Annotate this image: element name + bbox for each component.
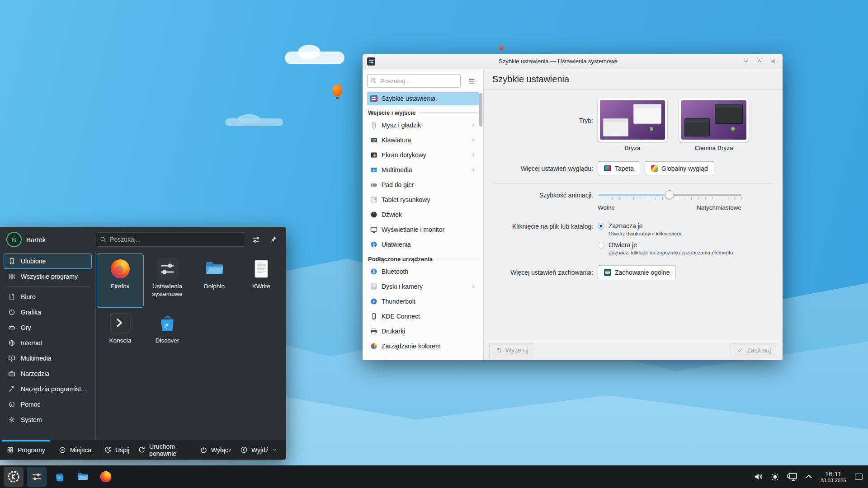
- brightness-icon[interactable]: [770, 472, 780, 482]
- sidebar-item-bluetooth[interactable]: Bluetooth: [367, 264, 479, 279]
- action-wylacz[interactable]: Wyłącz: [200, 446, 231, 454]
- clock[interactable]: 16:11 23.03.2025: [820, 470, 846, 483]
- hamburger-menu-button[interactable]: [464, 74, 479, 88]
- configure-button[interactable]: [250, 233, 262, 246]
- expand-tray-icon[interactable]: [804, 472, 813, 481]
- chevron-right-icon: [471, 153, 476, 157]
- sidebar-item-klawiatura[interactable]: Klawiatura: [367, 132, 479, 147]
- hammer-icon: [8, 385, 15, 393]
- global-theme-button[interactable]: Globalny wygląd: [645, 161, 714, 175]
- general-behavior-button[interactable]: Zachowanie ogólne: [598, 265, 676, 279]
- theme-card-bryza[interactable]: Bryza: [598, 98, 667, 151]
- app-discover[interactable]: Discover: [144, 308, 191, 362]
- category-gry[interactable]: Gry: [4, 320, 92, 335]
- radio-unselected-icon[interactable]: [598, 242, 604, 249]
- launcher-search-input[interactable]: [96, 232, 245, 247]
- sidebar-item-kde-connect[interactable]: KDE Connect: [367, 309, 479, 324]
- task-dolphin[interactable]: [73, 467, 93, 487]
- sidebar-item-dzwiek[interactable]: Dźwięk: [367, 207, 479, 222]
- sidebar-item-zarzadzanie-kolorem[interactable]: Zarządzanie kolorem: [367, 338, 479, 353]
- volume-icon[interactable]: [754, 472, 764, 482]
- sidebar-scrollbar[interactable]: [479, 93, 482, 127]
- sidebar-item-ekran-dotykowy[interactable]: Ekran dotykowy: [367, 147, 479, 162]
- category-wszystkie-programy[interactable]: Wszystkie programy: [4, 269, 92, 284]
- application-launcher: B Bartek Ulubione Wszystkie programy: [0, 227, 286, 460]
- sidebar-item-wyswietlanie[interactable]: Wyświetlanie i monitor: [367, 222, 479, 237]
- wallpaper-button[interactable]: Tapeta: [598, 161, 640, 175]
- titlebar[interactable]: Szybkie ustawienia — Ustawienia systemow…: [363, 54, 783, 69]
- behavior-icon: [604, 269, 611, 276]
- chevron-right-icon: [471, 168, 476, 172]
- radio-option-open[interactable]: Otwiera je: [598, 241, 733, 249]
- sidebar-item-tablet[interactable]: Tablet rysunkowy: [367, 192, 479, 207]
- task-ustawienia-systemowe[interactable]: [27, 467, 47, 487]
- maximize-button[interactable]: [755, 56, 764, 66]
- sidebar-item-pad-do-gier[interactable]: Pad do gier: [367, 177, 479, 192]
- small-red-balloon: [499, 45, 503, 50]
- slider-handle[interactable]: [665, 190, 674, 199]
- sidebar-item-drukarki[interactable]: Drukarki: [367, 324, 479, 338]
- pin-button[interactable]: [267, 233, 279, 246]
- app-firefox[interactable]: Firefox: [97, 253, 144, 308]
- document-icon: [8, 293, 15, 300]
- app-dolphin[interactable]: Dolphin: [191, 253, 238, 308]
- category-narzedzia[interactable]: Narzędzia: [4, 366, 92, 381]
- radio-selected-icon[interactable]: [598, 223, 604, 230]
- category-system[interactable]: System: [4, 412, 92, 427]
- task-discover[interactable]: [50, 467, 70, 487]
- drive-icon: [370, 283, 377, 290]
- text-document-icon: [250, 258, 272, 280]
- sidebar-item-label: Szybkie ustawienia: [382, 95, 435, 102]
- theme-card-ciemna-bryza[interactable]: Ciemna Bryza: [679, 98, 749, 151]
- discover-bag-icon: [156, 312, 178, 334]
- chevron-right-icon: [471, 123, 476, 127]
- sidebar-item-multimedia[interactable]: Multimedia: [367, 162, 479, 177]
- show-desktop-button[interactable]: [855, 474, 863, 480]
- settings-search-input[interactable]: [367, 74, 461, 88]
- display-connect-icon[interactable]: [787, 471, 797, 482]
- category-multimedia[interactable]: Multimedia: [4, 351, 92, 366]
- sidebar-section-header: Podłączone urządzenia: [367, 256, 479, 263]
- circle-icon: [8, 309, 15, 316]
- sidebar-item-szybkie-ustawienia[interactable]: Szybkie ustawienia: [367, 92, 479, 105]
- launcher-button[interactable]: [4, 467, 24, 487]
- monitor-play-icon: [8, 355, 15, 362]
- tab-miejsca[interactable]: Miejsca: [52, 440, 98, 460]
- category-pomoc[interactable]: Pomoc: [4, 397, 92, 412]
- sidebar-item-ulatwienia[interactable]: Ułatwienia: [367, 237, 479, 252]
- tab-programy[interactable]: Programy: [0, 440, 52, 460]
- category-internet[interactable]: Internet: [4, 335, 92, 351]
- gear-icon: [8, 416, 15, 423]
- sidebar-item-mysz[interactable]: Mysz i gładzik: [367, 117, 479, 132]
- sidebar-item-dyski[interactable]: Dyski i kamery: [367, 279, 479, 294]
- app-kwrite[interactable]: KWrite: [238, 253, 285, 308]
- category-grafika[interactable]: Grafika: [4, 305, 92, 320]
- apply-button[interactable]: Zastosuj: [731, 343, 777, 357]
- kde-logo-icon: [7, 470, 20, 483]
- theme-preview-mascot: [731, 127, 735, 131]
- sound-knob-icon: [370, 211, 377, 218]
- check-icon: [737, 347, 743, 353]
- app-ustawienia-systemowe[interactable]: Ustawienia systemowe: [144, 253, 191, 308]
- sleep-moon-icon: [104, 446, 112, 454]
- task-firefox[interactable]: [96, 467, 116, 487]
- action-uruchom-ponownie[interactable]: Uruchom ponownie: [138, 443, 191, 457]
- animation-speed-slider[interactable]: [598, 190, 741, 200]
- window-title: Szybkie ustawienia — Ustawienia systemow…: [379, 58, 737, 65]
- close-button[interactable]: [768, 56, 778, 66]
- category-ulubione[interactable]: Ulubione: [4, 253, 92, 269]
- reset-button[interactable]: Wyzeruj: [489, 343, 534, 357]
- category-biuro[interactable]: Biuro: [4, 289, 92, 305]
- app-konsola[interactable]: Konsola: [97, 308, 144, 362]
- action-wyjdz[interactable]: Wyjdź: [240, 446, 277, 454]
- category-narzedzia-programistyczne[interactable]: Narzędzia programist...: [4, 381, 92, 397]
- grid-icon: [8, 273, 15, 280]
- sidebar-item-thunderbolt[interactable]: Thunderbolt: [367, 294, 479, 309]
- action-uspij[interactable]: Uśpij: [104, 446, 129, 454]
- radio-option-select[interactable]: Zaznacza je: [598, 222, 733, 230]
- minimize-button[interactable]: [741, 56, 751, 66]
- bookmark-icon: [8, 258, 15, 265]
- theme-name: Ciemna Bryza: [679, 145, 749, 151]
- phone-icon: [370, 313, 377, 320]
- avatar[interactable]: B: [6, 232, 22, 247]
